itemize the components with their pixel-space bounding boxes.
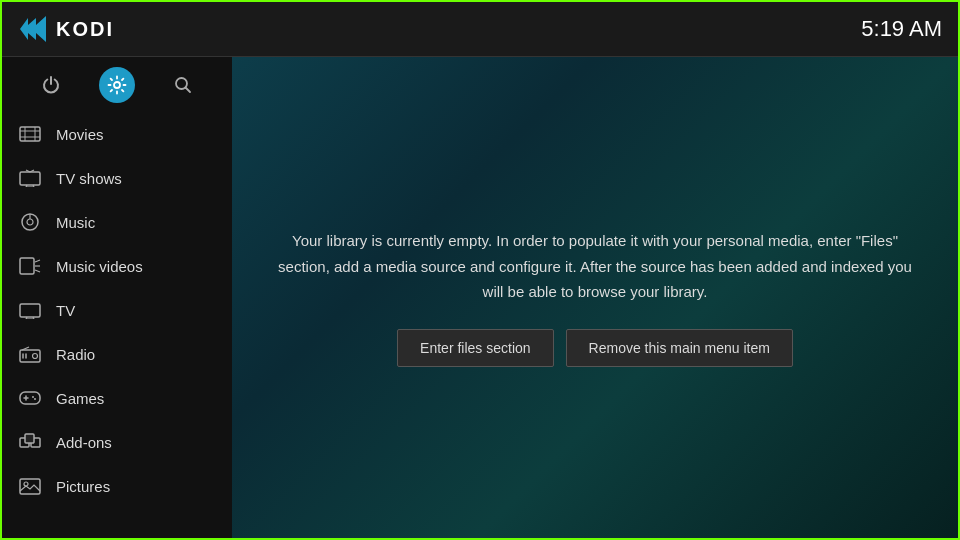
search-icon xyxy=(173,75,193,95)
svg-point-28 xyxy=(33,354,38,359)
movies-icon xyxy=(18,122,42,146)
action-buttons: Enter files section Remove this main men… xyxy=(275,329,915,367)
svg-line-3 xyxy=(186,87,191,92)
sidebar-item-pictures[interactable]: Pictures xyxy=(2,464,232,508)
svg-rect-22 xyxy=(20,304,40,317)
radio-icon xyxy=(18,342,42,366)
movies-label: Movies xyxy=(56,126,104,143)
app-title: KODI xyxy=(56,18,114,41)
kodi-logo-icon xyxy=(18,14,48,44)
sidebar-item-music-videos[interactable]: Music videos xyxy=(2,244,232,288)
main-layout: Movies TV shows xyxy=(2,57,958,538)
sidebar: Movies TV shows xyxy=(2,57,232,538)
svg-line-19 xyxy=(35,260,40,262)
tv-shows-label: TV shows xyxy=(56,170,122,187)
svg-point-1 xyxy=(114,82,120,88)
pictures-label: Pictures xyxy=(56,478,110,495)
svg-point-35 xyxy=(34,398,36,400)
sidebar-item-add-ons[interactable]: Add-ons xyxy=(2,420,232,464)
gear-icon xyxy=(107,75,127,95)
music-label: Music xyxy=(56,214,95,231)
settings-button[interactable] xyxy=(99,67,135,103)
music-videos-icon xyxy=(18,254,42,278)
remove-menu-item-button[interactable]: Remove this main menu item xyxy=(566,329,793,367)
tv-label: TV xyxy=(56,302,75,319)
add-ons-icon xyxy=(18,430,42,454)
svg-rect-4 xyxy=(20,127,40,141)
sidebar-item-tv[interactable]: TV xyxy=(2,288,232,332)
svg-line-21 xyxy=(35,270,40,272)
library-empty-message: Your library is currently empty. In orde… xyxy=(275,228,915,305)
svg-rect-38 xyxy=(25,434,34,443)
kodi-logo: KODI xyxy=(18,14,114,44)
sidebar-item-tv-shows[interactable]: TV shows xyxy=(2,156,232,200)
sidebar-item-games[interactable]: Games xyxy=(2,376,232,420)
enter-files-button[interactable]: Enter files section xyxy=(397,329,554,367)
icon-bar xyxy=(2,57,232,112)
svg-rect-31 xyxy=(20,392,40,404)
content-card: Your library is currently empty. In orde… xyxy=(255,208,935,387)
search-button[interactable] xyxy=(165,67,201,103)
tv-icon xyxy=(18,298,42,322)
svg-rect-18 xyxy=(20,258,34,274)
radio-label: Radio xyxy=(56,346,95,363)
nav-list: Movies TV shows xyxy=(2,112,232,538)
games-icon xyxy=(18,386,42,410)
top-bar: KODI 5:19 AM xyxy=(2,2,958,57)
add-ons-label: Add-ons xyxy=(56,434,112,451)
games-label: Games xyxy=(56,390,104,407)
clock: 5:19 AM xyxy=(861,16,942,42)
svg-point-16 xyxy=(27,219,33,225)
svg-point-34 xyxy=(32,396,34,398)
power-button[interactable] xyxy=(33,67,69,103)
sidebar-item-radio[interactable]: Radio xyxy=(2,332,232,376)
music-videos-label: Music videos xyxy=(56,258,143,275)
svg-marker-0 xyxy=(20,16,46,42)
sidebar-item-music[interactable]: Music xyxy=(2,200,232,244)
svg-rect-39 xyxy=(20,479,40,494)
power-icon xyxy=(41,75,61,95)
content-area: Your library is currently empty. In orde… xyxy=(232,57,958,538)
music-icon xyxy=(18,210,42,234)
svg-rect-9 xyxy=(20,172,40,185)
pictures-icon xyxy=(18,474,42,498)
tv-shows-icon xyxy=(18,166,42,190)
sidebar-item-movies[interactable]: Movies xyxy=(2,112,232,156)
